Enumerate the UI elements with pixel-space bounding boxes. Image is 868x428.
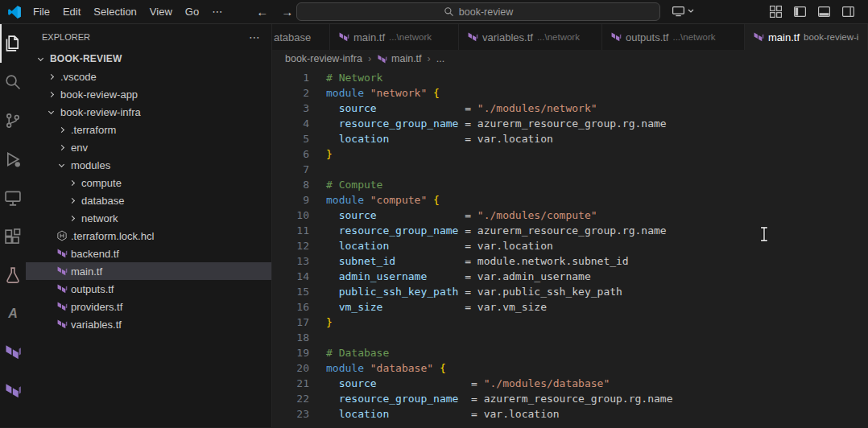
- tree-item-label: providers.tf: [71, 301, 122, 313]
- search-icon: [444, 6, 454, 17]
- tree-folder-book-review-infra[interactable]: book-review-infra: [26, 103, 271, 121]
- line-number: 21: [272, 376, 309, 391]
- code-line: 16 vm_size = var.vm_size: [272, 299, 868, 315]
- code-line: 11 resource_group_name = azurerm_resourc…: [272, 223, 868, 238]
- line-number: 23: [272, 406, 309, 422]
- menu-go[interactable]: Go: [179, 3, 205, 20]
- tab-atabase[interactable]: atabase: [272, 24, 330, 50]
- tree-folder-.vscode[interactable]: .vscode: [26, 68, 271, 85]
- breadcrumb-item-...[interactable]: ...: [436, 53, 444, 64]
- code-text: # Database: [309, 345, 389, 360]
- line-number: 19: [272, 345, 309, 360]
- code-line: 4 resource_group_name = azurerm_resource…: [272, 116, 868, 131]
- tab-description: ...\network: [672, 32, 715, 42]
- tab-main.tf[interactable]: main.tf...\network: [330, 24, 459, 50]
- tree-item-label: book-review-app: [60, 88, 138, 101]
- code-text: location = var.location: [309, 406, 560, 422]
- breadcrumb-label: main.tf: [391, 53, 422, 64]
- forward-arrow-icon[interactable]: →: [281, 5, 293, 19]
- line-number: 5: [272, 131, 309, 146]
- tab-main.tf[interactable]: main.tfbook-review-i: [745, 24, 868, 50]
- terraform-cloud-icon[interactable]: [0, 372, 26, 410]
- run-debug-icon[interactable]: [0, 140, 26, 179]
- code-editor[interactable]: 1# Network2module "network" {3 source = …: [272, 68, 868, 427]
- customize-layout-icon[interactable]: [769, 5, 783, 19]
- tree-folder-.terraform[interactable]: .terraform: [26, 121, 271, 138]
- code-text: resource_group_name = azurerm_resource_g…: [309, 116, 667, 131]
- tree-file-backend.tf[interactable]: backend.tf: [26, 245, 271, 262]
- code-text: # Compute: [309, 177, 382, 192]
- tree-folder-compute[interactable]: compute: [26, 174, 271, 191]
- tree-folder-env[interactable]: env: [26, 138, 271, 156]
- terraform-file-icon: [338, 31, 349, 43]
- code-text: source = "./modules/compute": [309, 208, 597, 223]
- breadcrumb-item-book-review-infra[interactable]: book-review-infra: [285, 53, 362, 64]
- menu-file[interactable]: File: [27, 3, 56, 20]
- remote-explorer-icon[interactable]: [0, 179, 26, 217]
- tree-folder-book-review-app[interactable]: book-review-app: [26, 85, 271, 103]
- terraform-file-icon: [55, 300, 68, 313]
- screencast-dropdown[interactable]: [672, 4, 694, 18]
- tab-outputs.tf[interactable]: outputs.tf...\network: [602, 24, 745, 50]
- line-number: 1: [272, 70, 309, 85]
- tab-label: main.tf: [353, 31, 385, 43]
- line-number: 16: [272, 299, 309, 315]
- command-center-search[interactable]: book-review: [296, 2, 660, 21]
- code-text: module "network" {: [309, 85, 440, 101]
- breadcrumb: book-review-infra›main.tf›...: [272, 50, 868, 68]
- code-line: 3 source = "./modules/network": [272, 101, 868, 116]
- breadcrumb-separator-icon: ›: [428, 53, 431, 64]
- tree-file-providers.tf[interactable]: providers.tf: [26, 298, 271, 315]
- terraform-file-icon: [753, 31, 764, 43]
- chevron-right-icon: [55, 141, 68, 154]
- code-line: 13 subnet_id = module.network.subnet_id: [272, 253, 868, 269]
- breadcrumb-item-main.tf[interactable]: main.tf: [377, 53, 422, 64]
- tree-item-label: BOOK-REVIEW: [50, 53, 122, 64]
- tree-file-main.tf[interactable]: main.tf: [26, 262, 271, 280]
- tree-folder-BOOK-REVIEW[interactable]: BOOK-REVIEW: [26, 50, 271, 68]
- tree-folder-database[interactable]: database: [26, 191, 271, 209]
- code-line: 21 source = "./modules/database": [272, 376, 868, 391]
- tree-file-variables.tf[interactable]: variables.tf: [26, 315, 271, 333]
- terraform-icon[interactable]: [0, 333, 26, 372]
- line-number: 6: [272, 146, 309, 162]
- code-text: admin_username = var.admin_username: [309, 269, 591, 284]
- tree-item-label: backend.tf: [71, 248, 119, 260]
- source-control-icon[interactable]: [0, 101, 26, 140]
- line-number: 9: [272, 192, 309, 208]
- tree-folder-modules[interactable]: modules: [26, 156, 271, 174]
- back-arrow-icon[interactable]: ←: [256, 5, 268, 19]
- tree-item-label: database: [81, 195, 125, 207]
- line-number: 18: [272, 330, 309, 345]
- terraform-file-icon: [377, 54, 387, 64]
- menu-selection[interactable]: Selection: [87, 3, 143, 20]
- code-line: 7: [272, 162, 868, 177]
- code-line: 2module "network" {: [272, 85, 868, 101]
- titlebar-actions: [769, 0, 855, 23]
- toggle-primary-sidebar-icon[interactable]: [793, 5, 807, 19]
- line-number: 12: [272, 238, 309, 253]
- command-center-text: book-review: [459, 6, 513, 18]
- azure-terraform-icon[interactable]: A: [0, 294, 26, 333]
- tree-folder-network[interactable]: network: [26, 209, 271, 227]
- code-line: 20module "database" {: [272, 360, 868, 376]
- menu-view[interactable]: View: [143, 3, 179, 20]
- tree-file-outputs.tf[interactable]: outputs.tf: [26, 280, 271, 298]
- tree-item-label: .terraform.lock.hcl: [71, 230, 154, 242]
- search-icon[interactable]: [0, 63, 26, 101]
- explorer-icon[interactable]: [0, 24, 26, 63]
- extensions-icon[interactable]: [0, 217, 26, 256]
- toggle-panel-icon[interactable]: [817, 5, 831, 19]
- tab-variables.tf[interactable]: variables.tf...\network: [459, 24, 602, 50]
- chevron-right-icon: [65, 176, 79, 189]
- line-number: 4: [272, 116, 309, 131]
- code-line: 12 location = var.location: [272, 238, 868, 253]
- menu-edit[interactable]: Edit: [56, 3, 87, 20]
- chevron-down-icon: [55, 158, 68, 171]
- explorer-more-actions-icon[interactable]: ⋯: [249, 31, 260, 43]
- line-number: 11: [272, 223, 309, 238]
- menu-more[interactable]: ⋯: [205, 3, 229, 20]
- testing-icon[interactable]: [0, 256, 26, 294]
- toggle-secondary-sidebar-icon[interactable]: [841, 5, 855, 19]
- tree-file-.terraform.lock.hcl[interactable]: .terraform.lock.hcl: [26, 227, 271, 245]
